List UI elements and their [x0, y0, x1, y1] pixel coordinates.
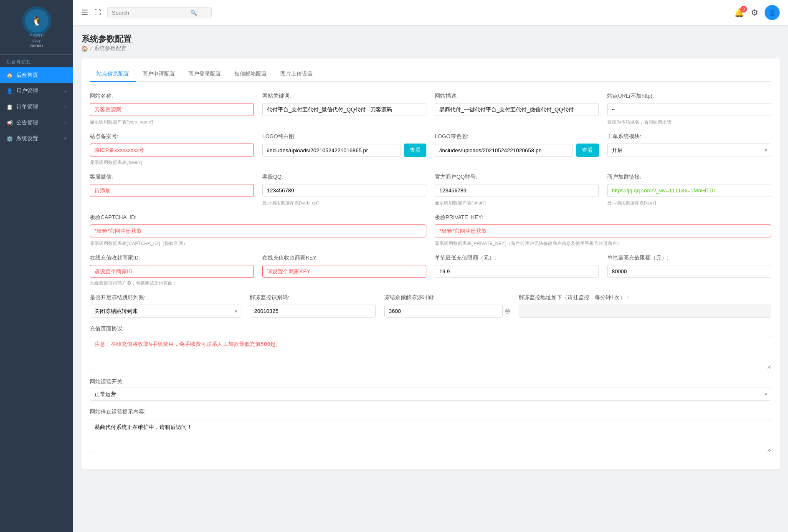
search-input[interactable]	[112, 10, 187, 16]
min-recharge-label: 单笔最低充值限额（元）:	[435, 254, 599, 262]
site-desc-input[interactable]	[435, 103, 599, 116]
home-icon: 🏠	[6, 72, 13, 78]
work-system-select[interactable]: 开启 关闭	[607, 144, 771, 156]
hamburger-icon[interactable]: ☰	[81, 8, 88, 17]
freeze-time-suffix: 秒	[505, 308, 510, 315]
merchant-id-group: 在线充值收款商家ID:	[90, 254, 254, 278]
max-recharge-label: 单笔最高充值限额（元）:	[607, 254, 771, 262]
page-title: 系统参数配置	[81, 33, 780, 45]
max-recharge-input[interactable]	[607, 265, 771, 278]
tab-merchant-apply[interactable]: 商户申请配置	[136, 67, 182, 82]
notification-button[interactable]: 🔔 0	[734, 8, 745, 18]
logo-color-input[interactable]	[435, 144, 573, 157]
official-qq-label: 官方商户QQ群号:	[435, 173, 599, 181]
site-keywords-input[interactable]	[262, 103, 426, 116]
breadcrumb-home[interactable]: 🏠	[81, 45, 88, 52]
page-header: 系统参数配置 🏠 / 系统参数配置	[81, 33, 780, 52]
freeze-redirect-select[interactable]: 关闭冻结跳转到账 开启冻结跳转到账	[90, 305, 241, 318]
form-row-4: 极验CAPTCHA_ID: 显示调用数据库表['CAPTCHA_ID']（极验官…	[90, 214, 771, 247]
site-keywords-group: 网站关键词:	[262, 92, 426, 125]
breadcrumb: 🏠 / 系统参数配置	[81, 45, 780, 52]
logo-color-group: LOGO带色图: 查看	[435, 133, 599, 166]
user-avatar[interactable]: 👤	[765, 5, 780, 20]
sidebar-item-settings[interactable]: ⚙️ 系统设置 +	[0, 131, 73, 146]
logo-white-view-btn[interactable]: 查看	[404, 144, 426, 157]
freeze-code-label: 解冻监控识别码:	[250, 294, 376, 301]
sidebar-item-announcements[interactable]: 📢 公告管理 +	[0, 115, 73, 131]
min-recharge-input[interactable]	[435, 265, 599, 278]
site-name-group: 网站名称: 显示调用数据库表['web_name']	[90, 92, 254, 125]
nav-label: 后台导航栏	[0, 55, 73, 67]
tab-sms-email[interactable]: 短信邮箱配置	[228, 67, 274, 82]
customer-qq-input[interactable]	[262, 184, 426, 197]
work-system-label: 工单系统模块:	[607, 133, 771, 140]
sidebar-item-users[interactable]: 👤 用户管理 +	[0, 83, 73, 99]
freeze-monitor-input[interactable]	[519, 305, 771, 318]
admin-label: admin	[4, 43, 69, 48]
min-recharge-group: 单笔最低充值限额（元）:	[435, 254, 599, 278]
form-row-6: 是否开启冻结跳转到账: 关闭冻结跳转到账 开启冻结跳转到账 解冻监控识别码:	[90, 294, 771, 318]
sidebar-item-orders[interactable]: 📋 订单管理 +	[0, 99, 73, 115]
expand-icon[interactable]: ⛶	[94, 9, 101, 16]
site-url-label: 站点URL(不加http):	[607, 92, 771, 100]
merchant-link-input[interactable]	[607, 184, 771, 197]
user-icon: 👤	[6, 88, 13, 94]
sidebar-item-label: 后台首页	[16, 71, 38, 79]
customer-service-input[interactable]	[90, 184, 254, 197]
content-area: 系统参数配置 🏠 / 系统参数配置 站点信息配置 商户申请配置 商户登录配置 短…	[73, 25, 788, 532]
merchant-key-input[interactable]	[262, 265, 426, 278]
site-icp-input[interactable]	[90, 144, 254, 156]
site-url-input[interactable]	[607, 103, 771, 116]
captcha-key-input[interactable]	[435, 224, 771, 237]
gear-button[interactable]: ⚙	[751, 8, 758, 18]
recharge-protocol-textarea[interactable]: 注意：在线充值将收取%手续费用，免手续费可联系人工加款最低充值500起。	[90, 336, 771, 369]
official-qq-group: 官方商户QQ群号: 显示调用数据库表['shah']	[435, 173, 599, 206]
tab-merchant-login[interactable]: 商户登录配置	[182, 67, 228, 82]
work-system-group: 工单系统模块: 开启 关闭	[607, 133, 771, 166]
site-url-group: 站点URL(不加http): 修改为本站域名，否则回调出错	[607, 92, 771, 125]
plus-icon: +	[63, 135, 67, 142]
tab-site-info[interactable]: 站点信息配置	[90, 67, 136, 82]
form-row-1: 网站名称: 显示调用数据库表['web_name'] 网站关键词: 网站描述:	[90, 92, 771, 125]
customer-qq-hint: 显示调用数据库表['web_qq']	[262, 200, 426, 206]
official-qq-input[interactable]	[435, 184, 599, 197]
logo-color-view-btn[interactable]: 查看	[576, 144, 599, 157]
stop-notice-textarea[interactable]: 易商代付系统正在维护中，请稍后访问！	[90, 419, 771, 452]
captcha-id-group: 极验CAPTCHA_ID: 显示调用数据库表['CAPTCHA_ID']（极验官…	[90, 214, 426, 247]
order-icon: 📋	[6, 104, 13, 110]
merchant-id-input[interactable]	[90, 265, 254, 278]
sidebar: 🐧 全都有社douy admin 后台导航栏 🏠 后台首页 👤 用户管理 +	[0, 0, 73, 532]
logo-color-label: LOGO带色图:	[435, 133, 599, 140]
sidebar-item-label: 订单管理	[16, 103, 38, 111]
stop-notice-label: 网站停止运营提示内容:	[90, 408, 771, 416]
site-icp-group: 站点备案号: 显示调用数据库表['beian']	[90, 133, 254, 166]
plus-icon: +	[63, 88, 67, 94]
merchant-key-label: 在线充值收款商家KEY:	[262, 254, 426, 262]
freeze-redirect-group: 是否开启冻结跳转到账: 关闭冻结跳转到账 开启冻结跳转到账	[90, 294, 241, 318]
site-name-input[interactable]	[90, 103, 254, 116]
official-qq-hint: 显示调用数据库表['shah']	[435, 200, 599, 206]
tab-image-upload[interactable]: 图片上传设置	[274, 67, 319, 82]
operation-switch-select[interactable]: 正常运营 停止运营	[90, 388, 771, 401]
freeze-monitor-group: 解冻监控地址如下（请挂监控，每分钟1次）：	[519, 294, 771, 318]
logo-white-input[interactable]	[262, 144, 400, 157]
form-row-2: 站点备案号: 显示调用数据库表['beian'] LOGO纯白图: 查看	[90, 133, 771, 166]
customer-service-label: 客服微信:	[90, 173, 254, 181]
customer-qq-group: 客服QQ: 显示调用数据库表['web_qq']	[262, 173, 426, 206]
plus-icon: +	[63, 103, 67, 110]
merchant-key-group: 在线充值收款商家KEY:	[262, 254, 426, 278]
settings-icon: ⚙️	[6, 136, 13, 142]
avatar-icon: 👤	[769, 9, 776, 16]
recharge-protocol-label: 充值页面协议:	[90, 325, 771, 333]
main-card: 站点信息配置 商户申请配置 商户登录配置 短信邮箱配置 图片上传设置 网站名称:…	[81, 58, 780, 469]
sidebar-item-dashboard[interactable]: 🏠 后台首页	[0, 67, 73, 83]
gear-icon: ⚙	[751, 8, 758, 17]
site-url-hint: 修改为本站域名，否则回调出错	[607, 119, 771, 125]
site-desc-group: 网站描述:	[435, 92, 599, 125]
freeze-code-input[interactable]	[250, 305, 376, 318]
freeze-time-input[interactable]	[384, 305, 503, 318]
captcha-id-input[interactable]	[90, 224, 426, 237]
site-keywords-label: 网站关键词:	[262, 92, 426, 100]
customer-qq-label: 客服QQ:	[262, 173, 426, 181]
form-row-5: 在线充值收款商家ID: 在线充值收款商家KEY: 单笔最低充值限额（元）:	[90, 254, 771, 278]
